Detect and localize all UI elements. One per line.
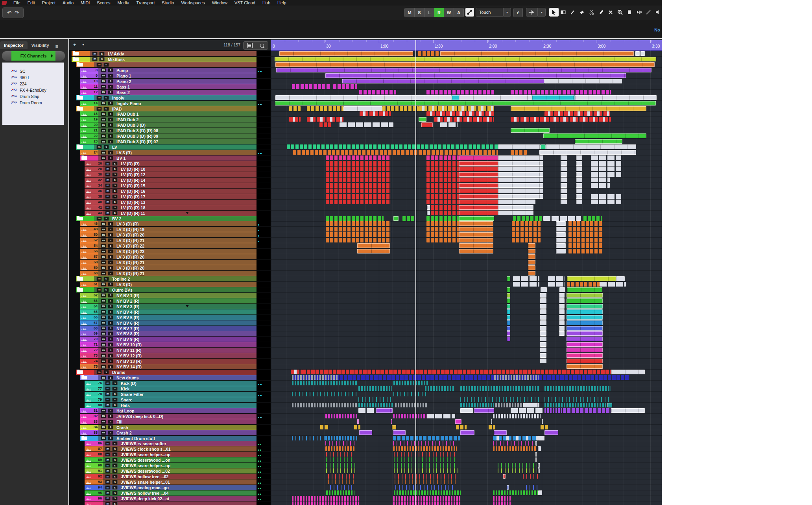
clip[interactable] bbox=[568, 238, 602, 242]
clip[interactable] bbox=[376, 408, 393, 413]
clip[interactable] bbox=[507, 287, 510, 292]
track-name[interactable]: JVIEWS desertwood ...02 bbox=[121, 469, 170, 474]
track-lane[interactable] bbox=[271, 144, 662, 150]
track-name[interactable]: LV (D) (R) 10 bbox=[121, 167, 145, 172]
solo-button[interactable]: s bbox=[108, 271, 113, 276]
glue-tool-icon[interactable] bbox=[596, 8, 606, 17]
mute-button[interactable]: m bbox=[101, 348, 106, 352]
clip[interactable] bbox=[440, 122, 458, 127]
clip[interactable] bbox=[426, 111, 494, 116]
clip[interactable] bbox=[393, 496, 460, 501]
solo-button[interactable]: s bbox=[103, 370, 109, 374]
solo-button[interactable]: s bbox=[108, 222, 113, 226]
clip[interactable] bbox=[540, 348, 546, 352]
clip[interactable] bbox=[591, 161, 621, 166]
track-lane[interactable] bbox=[271, 172, 662, 178]
clip[interactable] bbox=[568, 243, 602, 248]
folder-icon[interactable] bbox=[77, 96, 83, 100]
solo-button[interactable]: s bbox=[112, 194, 118, 199]
track-lane[interactable] bbox=[271, 463, 662, 468]
clip[interactable] bbox=[512, 232, 541, 237]
clip[interactable] bbox=[459, 205, 498, 210]
mute-button[interactable]: m bbox=[105, 398, 111, 402]
track-row[interactable]: 38msLV (D) (R) 17 bbox=[69, 194, 271, 199]
track-lane[interactable] bbox=[271, 101, 662, 106]
clip[interactable] bbox=[576, 194, 582, 199]
clip[interactable] bbox=[357, 249, 390, 253]
mute-button[interactable]: m bbox=[96, 96, 102, 100]
clip[interactable] bbox=[431, 211, 459, 215]
tab-inspector[interactable]: Inspector bbox=[0, 41, 28, 49]
mute-button[interactable]: m bbox=[105, 178, 111, 182]
track-row[interactable]: 93msJVIEWS snare helper...01 bbox=[69, 479, 271, 485]
track-name[interactable]: IPAD Dub 2 bbox=[116, 117, 138, 122]
clip[interactable] bbox=[440, 51, 634, 56]
clip[interactable] bbox=[540, 315, 546, 320]
clip[interactable] bbox=[359, 90, 396, 94]
clip[interactable] bbox=[330, 485, 354, 490]
automation-l-button[interactable]: L bbox=[424, 8, 434, 17]
track-name[interactable]: Kick (D) bbox=[121, 381, 137, 386]
mute-button[interactable]: m bbox=[101, 364, 106, 369]
track-lane[interactable] bbox=[271, 304, 662, 309]
clip[interactable] bbox=[538, 436, 544, 440]
track-lane[interactable] bbox=[271, 249, 662, 254]
clip[interactable] bbox=[540, 320, 546, 325]
track-name[interactable]: IPAD Dub 1 bbox=[116, 112, 138, 117]
clip[interactable] bbox=[292, 392, 358, 396]
mute-button[interactable]: m bbox=[105, 458, 111, 462]
solo-button[interactable]: s bbox=[108, 79, 113, 83]
clip[interactable] bbox=[538, 468, 540, 473]
track-row[interactable]: 30msLV (D) (R) 12 bbox=[69, 172, 271, 177]
clip[interactable] bbox=[498, 166, 543, 171]
mute-button[interactable]: m bbox=[105, 480, 111, 484]
clip[interactable] bbox=[528, 243, 535, 248]
solo-button[interactable]: s bbox=[108, 315, 113, 320]
clip[interactable] bbox=[426, 178, 459, 182]
track-row[interactable]: msIngolv bbox=[69, 95, 271, 100]
clip[interactable] bbox=[511, 150, 527, 155]
track-row[interactable]: 50msLV 3 (D) (R) 20 bbox=[69, 232, 271, 237]
clip[interactable] bbox=[540, 293, 546, 298]
clip[interactable] bbox=[546, 144, 636, 149]
solo-button[interactable]: s bbox=[103, 63, 109, 67]
solo-button[interactable]: s bbox=[108, 134, 113, 138]
solo-button[interactable]: s bbox=[108, 244, 113, 248]
mute-button[interactable]: m bbox=[96, 288, 102, 292]
clip[interactable] bbox=[325, 446, 354, 451]
clip[interactable] bbox=[358, 408, 375, 413]
mute-button[interactable]: m bbox=[105, 469, 111, 473]
mute-button[interactable]: m bbox=[101, 117, 106, 122]
mute-button[interactable]: m bbox=[101, 85, 106, 89]
track-name[interactable]: LV Arkiv bbox=[108, 52, 124, 56]
mute-button[interactable]: m bbox=[101, 156, 106, 160]
mute-button[interactable]: m bbox=[101, 238, 106, 242]
clip[interactable] bbox=[544, 111, 610, 116]
clip[interactable] bbox=[493, 490, 538, 495]
menu-vst-cloud[interactable]: VST Cloud bbox=[231, 0, 259, 5]
solo-button[interactable]: s bbox=[108, 436, 113, 440]
track-name[interactable]: Fill bbox=[116, 420, 122, 424]
clip[interactable] bbox=[426, 232, 459, 237]
clip[interactable] bbox=[292, 375, 629, 380]
track-lane[interactable] bbox=[271, 370, 662, 375]
track-lane[interactable] bbox=[271, 293, 662, 298]
clip[interactable] bbox=[326, 155, 391, 160]
menu-audio[interactable]: Audio bbox=[59, 0, 77, 5]
clip[interactable] bbox=[394, 468, 458, 473]
solo-button[interactable]: s bbox=[108, 331, 113, 336]
clip[interactable] bbox=[325, 436, 357, 440]
track-name[interactable]: IPAD Dub 3 (D) (R) 09 bbox=[116, 134, 158, 139]
clip[interactable] bbox=[342, 79, 544, 83]
folder-icon[interactable] bbox=[77, 288, 83, 292]
track-row[interactable]: msLV Arkiv bbox=[69, 51, 271, 56]
speaker-tool-icon[interactable] bbox=[653, 8, 662, 17]
track-row[interactable]: 84msCrash bbox=[69, 425, 271, 430]
solo-button[interactable]: s bbox=[112, 392, 118, 396]
mute-button[interactable]: m bbox=[101, 123, 106, 127]
clip[interactable] bbox=[567, 293, 603, 298]
clip[interactable] bbox=[567, 342, 603, 347]
track-lane[interactable] bbox=[271, 485, 662, 490]
solo-button[interactable]: s bbox=[108, 128, 113, 133]
clip[interactable] bbox=[591, 155, 621, 160]
